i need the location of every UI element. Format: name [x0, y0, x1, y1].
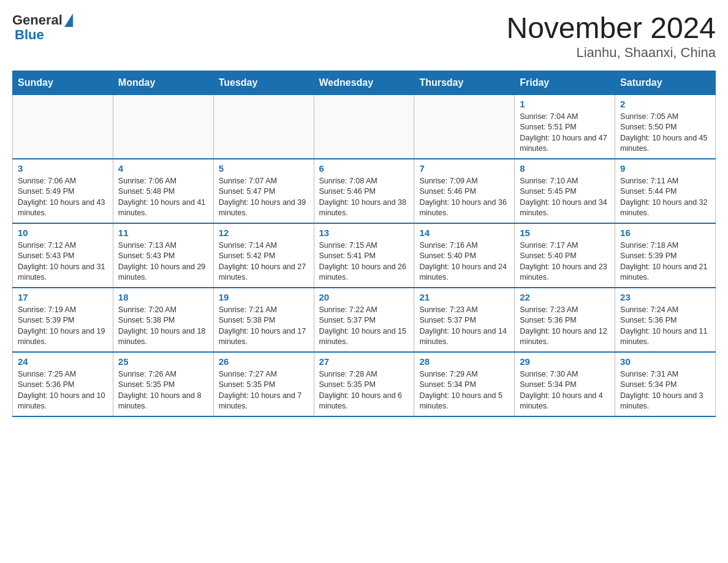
day-number: 30 [620, 356, 710, 367]
calendar-header-wednesday: Wednesday [314, 71, 414, 94]
day-info: Sunrise: 7:06 AM Sunset: 5:49 PM Dayligh… [18, 176, 108, 219]
calendar-day-cell [213, 94, 314, 159]
calendar-subtitle: Lianhu, Shaanxi, China [506, 45, 716, 61]
day-info: Sunrise: 7:13 AM Sunset: 5:43 PM Dayligh… [118, 240, 208, 283]
day-number: 8 [520, 163, 610, 174]
calendar-day-cell: 27Sunrise: 7:28 AM Sunset: 5:35 PM Dayli… [314, 352, 414, 416]
calendar-day-cell [414, 94, 515, 159]
day-info: Sunrise: 7:09 AM Sunset: 5:46 PM Dayligh… [419, 176, 509, 219]
calendar-day-cell: 20Sunrise: 7:22 AM Sunset: 5:37 PM Dayli… [314, 288, 414, 352]
day-info: Sunrise: 7:24 AM Sunset: 5:36 PM Dayligh… [620, 305, 710, 348]
calendar-day-cell: 1Sunrise: 7:04 AM Sunset: 5:51 PM Daylig… [515, 94, 615, 159]
calendar-day-cell: 2Sunrise: 7:05 AM Sunset: 5:50 PM Daylig… [615, 94, 716, 159]
calendar-day-cell: 13Sunrise: 7:15 AM Sunset: 5:41 PM Dayli… [314, 223, 414, 288]
logo-blue-text: Blue [15, 27, 44, 43]
calendar-day-cell: 22Sunrise: 7:23 AM Sunset: 5:36 PM Dayli… [515, 288, 615, 352]
calendar-table: SundayMondayTuesdayWednesdayThursdayFrid… [12, 71, 716, 417]
calendar-day-cell: 10Sunrise: 7:12 AM Sunset: 5:43 PM Dayli… [13, 223, 113, 288]
day-info: Sunrise: 7:20 AM Sunset: 5:38 PM Dayligh… [118, 305, 208, 348]
calendar-day-cell: 24Sunrise: 7:25 AM Sunset: 5:36 PM Dayli… [13, 352, 113, 416]
day-number: 17 [18, 292, 108, 302]
calendar-week-row: 1Sunrise: 7:04 AM Sunset: 5:51 PM Daylig… [13, 94, 716, 159]
day-info: Sunrise: 7:17 AM Sunset: 5:40 PM Dayligh… [520, 240, 610, 283]
day-number: 4 [118, 163, 208, 174]
calendar-header-row: SundayMondayTuesdayWednesdayThursdayFrid… [13, 71, 716, 94]
calendar-header-sunday: Sunday [13, 71, 113, 94]
day-number: 16 [620, 228, 710, 238]
calendar-day-cell: 26Sunrise: 7:27 AM Sunset: 5:35 PM Dayli… [213, 352, 314, 416]
day-info: Sunrise: 7:14 AM Sunset: 5:42 PM Dayligh… [219, 240, 309, 283]
day-info: Sunrise: 7:22 AM Sunset: 5:37 PM Dayligh… [319, 305, 409, 348]
day-number: 6 [319, 163, 409, 174]
day-info: Sunrise: 7:12 AM Sunset: 5:43 PM Dayligh… [18, 240, 108, 283]
header: General Blue November 2024 Lianhu, Shaan… [12, 12, 716, 61]
day-info: Sunrise: 7:29 AM Sunset: 5:34 PM Dayligh… [419, 369, 509, 412]
calendar-title: November 2024 [506, 12, 716, 45]
calendar-day-cell: 5Sunrise: 7:07 AM Sunset: 5:47 PM Daylig… [213, 159, 314, 223]
day-number: 1 [520, 99, 610, 109]
calendar-day-cell: 9Sunrise: 7:11 AM Sunset: 5:44 PM Daylig… [615, 159, 716, 223]
day-number: 23 [620, 292, 710, 302]
day-info: Sunrise: 7:19 AM Sunset: 5:39 PM Dayligh… [18, 305, 108, 348]
day-number: 7 [419, 163, 509, 174]
day-info: Sunrise: 7:11 AM Sunset: 5:44 PM Dayligh… [620, 176, 710, 219]
day-number: 24 [18, 356, 108, 367]
calendar-day-cell: 21Sunrise: 7:23 AM Sunset: 5:37 PM Dayli… [414, 288, 515, 352]
day-info: Sunrise: 7:06 AM Sunset: 5:48 PM Dayligh… [118, 176, 208, 219]
calendar-week-row: 3Sunrise: 7:06 AM Sunset: 5:49 PM Daylig… [13, 159, 716, 223]
day-number: 27 [319, 356, 409, 367]
calendar-day-cell: 30Sunrise: 7:31 AM Sunset: 5:34 PM Dayli… [615, 352, 716, 416]
day-number: 29 [520, 356, 610, 367]
calendar-day-cell: 28Sunrise: 7:29 AM Sunset: 5:34 PM Dayli… [414, 352, 515, 416]
calendar-week-row: 10Sunrise: 7:12 AM Sunset: 5:43 PM Dayli… [13, 223, 716, 288]
day-number: 19 [219, 292, 309, 302]
day-info: Sunrise: 7:18 AM Sunset: 5:39 PM Dayligh… [620, 240, 710, 283]
day-number: 15 [520, 228, 610, 238]
day-number: 26 [219, 356, 309, 367]
calendar-header-monday: Monday [113, 71, 213, 94]
logo-triangle-icon [64, 13, 73, 27]
day-info: Sunrise: 7:25 AM Sunset: 5:36 PM Dayligh… [18, 369, 108, 412]
day-info: Sunrise: 7:05 AM Sunset: 5:50 PM Dayligh… [620, 112, 710, 155]
calendar-day-cell: 6Sunrise: 7:08 AM Sunset: 5:46 PM Daylig… [314, 159, 414, 223]
calendar-header-saturday: Saturday [615, 71, 716, 94]
logo-general-text: General [12, 12, 63, 28]
day-info: Sunrise: 7:16 AM Sunset: 5:40 PM Dayligh… [419, 240, 509, 283]
calendar-day-cell: 3Sunrise: 7:06 AM Sunset: 5:49 PM Daylig… [13, 159, 113, 223]
day-number: 11 [118, 228, 208, 238]
calendar-header-thursday: Thursday [414, 71, 515, 94]
calendar-day-cell: 4Sunrise: 7:06 AM Sunset: 5:48 PM Daylig… [113, 159, 213, 223]
day-number: 28 [419, 356, 509, 367]
day-number: 20 [319, 292, 409, 302]
calendar-day-cell: 12Sunrise: 7:14 AM Sunset: 5:42 PM Dayli… [213, 223, 314, 288]
day-info: Sunrise: 7:31 AM Sunset: 5:34 PM Dayligh… [620, 369, 710, 412]
day-info: Sunrise: 7:30 AM Sunset: 5:34 PM Dayligh… [520, 369, 610, 412]
calendar-day-cell: 16Sunrise: 7:18 AM Sunset: 5:39 PM Dayli… [615, 223, 716, 288]
calendar-day-cell: 17Sunrise: 7:19 AM Sunset: 5:39 PM Dayli… [13, 288, 113, 352]
day-number: 14 [419, 228, 509, 238]
calendar-header-friday: Friday [515, 71, 615, 94]
calendar-day-cell: 29Sunrise: 7:30 AM Sunset: 5:34 PM Dayli… [515, 352, 615, 416]
day-number: 18 [118, 292, 208, 302]
calendar-header-tuesday: Tuesday [213, 71, 314, 94]
day-number: 12 [219, 228, 309, 238]
calendar-day-cell: 19Sunrise: 7:21 AM Sunset: 5:38 PM Dayli… [213, 288, 314, 352]
calendar-week-row: 17Sunrise: 7:19 AM Sunset: 5:39 PM Dayli… [13, 288, 716, 352]
day-number: 22 [520, 292, 610, 302]
calendar-day-cell: 23Sunrise: 7:24 AM Sunset: 5:36 PM Dayli… [615, 288, 716, 352]
calendar-day-cell: 18Sunrise: 7:20 AM Sunset: 5:38 PM Dayli… [113, 288, 213, 352]
day-number: 13 [319, 228, 409, 238]
day-info: Sunrise: 7:28 AM Sunset: 5:35 PM Dayligh… [319, 369, 409, 412]
day-info: Sunrise: 7:15 AM Sunset: 5:41 PM Dayligh… [319, 240, 409, 283]
calendar-week-row: 24Sunrise: 7:25 AM Sunset: 5:36 PM Dayli… [13, 352, 716, 416]
calendar-day-cell: 14Sunrise: 7:16 AM Sunset: 5:40 PM Dayli… [414, 223, 515, 288]
day-info: Sunrise: 7:21 AM Sunset: 5:38 PM Dayligh… [219, 305, 309, 348]
calendar-day-cell [314, 94, 414, 159]
day-info: Sunrise: 7:27 AM Sunset: 5:35 PM Dayligh… [219, 369, 309, 412]
day-number: 5 [219, 163, 309, 174]
day-info: Sunrise: 7:08 AM Sunset: 5:46 PM Dayligh… [319, 176, 409, 219]
calendar-day-cell: 25Sunrise: 7:26 AM Sunset: 5:35 PM Dayli… [113, 352, 213, 416]
day-info: Sunrise: 7:10 AM Sunset: 5:45 PM Dayligh… [520, 176, 610, 219]
calendar-day-cell: 8Sunrise: 7:10 AM Sunset: 5:45 PM Daylig… [515, 159, 615, 223]
day-number: 2 [620, 99, 710, 109]
